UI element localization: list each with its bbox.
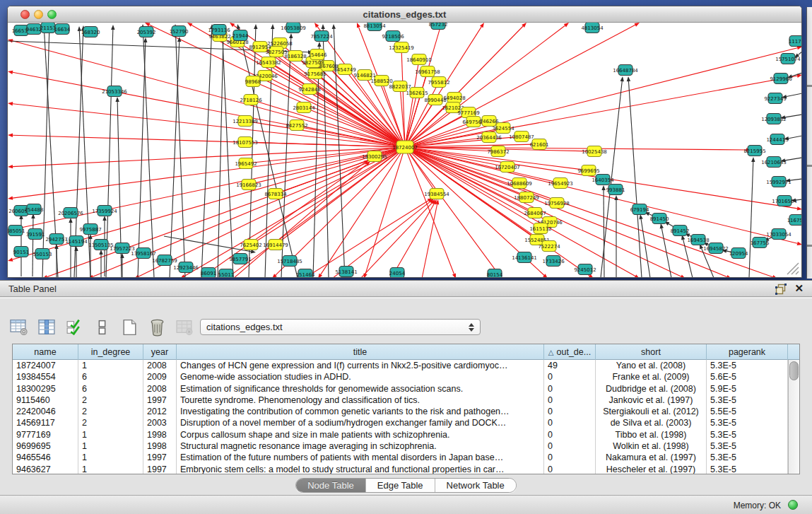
cell-title[interactable]: Disruption of a novel member of a sodium… [177, 417, 544, 428]
cell-out_de[interactable]: 0 [544, 371, 596, 382]
graph-edge[interactable] [405, 147, 727, 276]
table-row[interactable]: 2242004622012Investigating the contribut… [13, 406, 788, 417]
cell-year[interactable]: 2003 [143, 417, 177, 428]
table-row[interactable]: 946554611997Estimation of the future num… [13, 452, 788, 463]
graph-edge[interactable] [798, 52, 801, 55]
graph-edge[interactable] [789, 136, 801, 139]
column-visibility-icon[interactable] [37, 318, 57, 337]
cell-year[interactable]: 2008 [143, 360, 177, 371]
graph-edge[interactable] [405, 25, 565, 147]
graph-edge[interactable] [749, 162, 753, 277]
cell-pagerank[interactable]: 5.3E-5 [707, 464, 788, 474]
graph-edge[interactable] [604, 190, 604, 277]
cell-title[interactable]: Tourette syndrome. Phenomenology and cla… [177, 395, 544, 406]
column-header-name[interactable]: name [13, 344, 78, 360]
cell-short[interactable]: Franke et al. (2009) [596, 371, 707, 382]
graph-edge[interactable] [401, 52, 405, 147]
tab-node-table[interactable]: Node Table [296, 479, 366, 492]
cell-out_de[interactable]: 0 [544, 440, 596, 452]
cell-in_degree[interactable]: 2 [78, 417, 143, 428]
table-row[interactable]: 1872400712008Changes of HCN gene express… [13, 360, 788, 371]
float-panel-icon[interactable] [775, 284, 787, 295]
column-header-out_de[interactable]: △out_de... [544, 344, 596, 360]
merge-cells-icon[interactable] [93, 318, 112, 337]
table-row[interactable]: 1938455462009Genome-wide association stu… [13, 371, 788, 382]
cell-name[interactable]: 22420046 [13, 406, 78, 417]
cell-year[interactable]: 1997 [143, 452, 177, 463]
cell-out_de[interactable]: 0 [544, 417, 596, 428]
graph-edge[interactable] [405, 147, 797, 243]
memory-status-indicator[interactable] [788, 500, 798, 510]
graph-edge[interactable] [222, 29, 233, 277]
graph-edge[interactable] [683, 240, 693, 277]
cell-pagerank[interactable]: 5.3E-5 [707, 395, 788, 406]
cell-pagerank[interactable]: 5.5E-5 [707, 406, 788, 417]
graph-edge[interactable] [33, 218, 33, 276]
column-header-year[interactable]: year [143, 344, 177, 360]
table-selector-dropdown[interactable]: citations_edges.txt [200, 319, 481, 335]
cell-in_degree[interactable]: 1 [78, 429, 143, 440]
cell-in_degree[interactable]: 1 [78, 464, 143, 474]
cell-name[interactable]: 18724007 [13, 360, 78, 371]
cell-pagerank[interactable]: 5.9E-5 [707, 383, 788, 395]
graph-edge[interactable] [164, 236, 251, 252]
close-panel-icon[interactable]: ✕ [794, 282, 804, 295]
cell-short[interactable]: de Silva et al. (2003) [596, 417, 707, 428]
cell-short[interactable]: Wolkin et al. (1998) [596, 440, 707, 452]
cell-title[interactable]: Embryonic stem cells: a model to study s… [177, 464, 544, 474]
cell-name[interactable]: 18300295 [13, 383, 78, 395]
cell-name[interactable]: 9463627 [13, 464, 78, 474]
table-row[interactable]: 1830029562008Estimation of significance … [13, 383, 788, 395]
cell-pagerank[interactable]: 5.3E-5 [707, 360, 788, 371]
cell-short[interactable]: Jankovic et al. (1997) [596, 395, 707, 406]
delete-column-icon[interactable] [148, 318, 167, 337]
cell-pagerank[interactable]: 5.3E-5 [707, 452, 788, 463]
cell-title[interactable]: Genome-wide association studies in ADHD. [177, 371, 544, 382]
cell-short[interactable]: Hescheler et al. (1997) [596, 464, 707, 474]
cell-title[interactable]: Investigating the contribution of common… [177, 406, 544, 417]
graph-edge[interactable] [391, 204, 434, 277]
cell-title[interactable]: Estimation of significance thresholds fo… [177, 383, 544, 395]
cell-short[interactable]: Tibbo et al. (1998) [596, 429, 707, 440]
graph-edge[interactable] [360, 203, 432, 277]
cell-in_degree[interactable]: 2 [78, 406, 143, 417]
table-row[interactable]: 977716911998Corpus callosum shape and si… [13, 429, 788, 440]
cell-name[interactable]: 9699695 [13, 440, 78, 452]
graph-edge[interactable] [170, 42, 180, 277]
graph-edge[interactable] [641, 219, 650, 277]
cell-pagerank[interactable]: 5.3E-5 [707, 440, 788, 452]
column-header-pagerank[interactable]: pagerank [707, 344, 788, 360]
cell-pagerank[interactable]: 5.3E-5 [707, 417, 788, 428]
cell-short[interactable]: Nakamura et al. (1997) [596, 452, 707, 463]
graph-edge[interactable] [785, 158, 801, 160]
cell-year[interactable]: 1998 [143, 440, 177, 452]
cell-name[interactable]: 9115460 [13, 395, 78, 406]
network-window-titlebar[interactable]: citations_edges.txt [8, 6, 801, 23]
cell-out_de[interactable]: 0 [544, 395, 596, 406]
new-table-icon[interactable] [120, 318, 139, 337]
column-header-short[interactable]: short [596, 344, 707, 360]
column-header-in_degree[interactable]: in_degree [78, 344, 143, 360]
cell-year[interactable]: 2008 [143, 383, 177, 395]
table-row[interactable]: 1456911722003Disruption of a novel membe… [13, 417, 788, 428]
cell-out_de[interactable]: 0 [544, 429, 596, 440]
graph-edge[interactable] [13, 135, 405, 147]
cell-title[interactable]: Corpus callosum shape and size in male p… [177, 429, 544, 440]
cell-pagerank[interactable]: 5.3E-5 [707, 429, 788, 440]
table-settings-icon[interactable] [10, 318, 29, 337]
cell-title[interactable]: Structural magnetic resonance image aver… [177, 440, 544, 452]
cell-year[interactable]: 1997 [143, 395, 177, 406]
graph-edge[interactable] [787, 93, 801, 97]
citation-graph[interactable]: 1232541918640910169617587955812136261589… [8, 23, 801, 277]
cell-year[interactable]: 1998 [143, 429, 177, 440]
graph-edge[interactable] [201, 29, 212, 277]
cell-title[interactable]: Changes of HCN gene expression and I(f) … [177, 360, 544, 371]
graph-edge[interactable] [218, 40, 223, 277]
graph-edge[interactable] [790, 179, 801, 180]
cell-year[interactable]: 2009 [143, 371, 177, 382]
graph-edge[interactable] [321, 147, 405, 274]
cell-title[interactable]: Estimation of the future numbers of pati… [177, 452, 544, 463]
resize-grip[interactable] [784, 260, 800, 276]
cell-in_degree[interactable]: 6 [78, 371, 143, 382]
graph-edge[interactable] [422, 204, 437, 277]
